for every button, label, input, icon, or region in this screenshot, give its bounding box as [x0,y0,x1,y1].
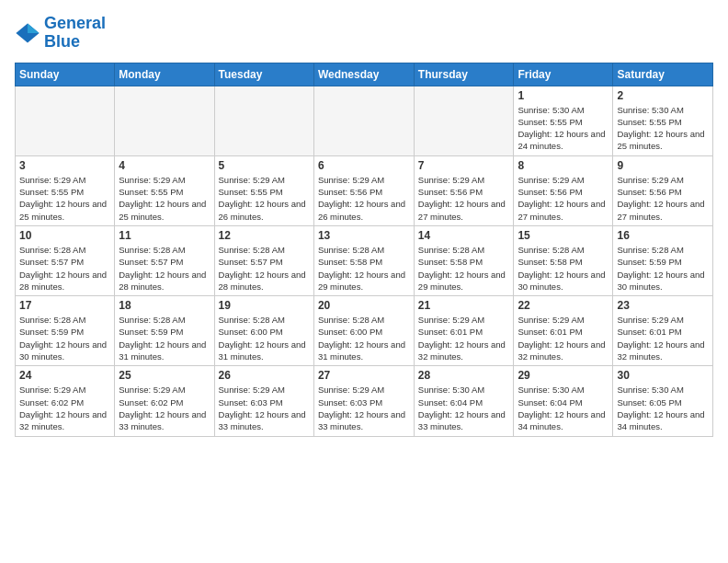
day-number: 3 [19,159,110,172]
day-info: Sunrise: 5:29 AMSunset: 5:55 PMDaylight:… [19,174,110,223]
calendar-cell: 19Sunrise: 5:28 AMSunset: 6:00 PMDayligh… [214,296,313,366]
day-info: Sunrise: 5:30 AMSunset: 6:04 PMDaylight:… [518,384,609,432]
calendar-cell: 17Sunrise: 5:28 AMSunset: 5:59 PMDayligh… [16,296,115,366]
day-info: Sunrise: 5:29 AMSunset: 5:56 PMDaylight:… [617,174,709,223]
calendar-cell: 13Sunrise: 5:28 AMSunset: 5:58 PMDayligh… [313,225,414,295]
weekday-header: Wednesday [313,63,414,86]
day-info: Sunrise: 5:28 AMSunset: 5:59 PMDaylight:… [617,244,709,293]
calendar-cell: 23Sunrise: 5:29 AMSunset: 6:01 PMDayligh… [613,296,713,366]
day-number: 14 [418,229,510,242]
day-info: Sunrise: 5:29 AMSunset: 6:02 PMDaylight:… [19,384,110,432]
calendar-cell: 28Sunrise: 5:30 AMSunset: 6:04 PMDayligh… [414,366,514,436]
weekday-header-row: SundayMondayTuesdayWednesdayThursdayFrid… [16,63,713,86]
day-info: Sunrise: 5:28 AMSunset: 5:57 PMDaylight:… [219,244,310,293]
calendar-cell: 6Sunrise: 5:29 AMSunset: 5:56 PMDaylight… [313,155,414,225]
day-info: Sunrise: 5:29 AMSunset: 5:55 PMDaylight:… [219,174,310,223]
calendar-week-row: 24Sunrise: 5:29 AMSunset: 6:02 PMDayligh… [16,366,713,436]
day-info: Sunrise: 5:28 AMSunset: 5:58 PMDaylight:… [318,244,410,293]
calendar-cell: 15Sunrise: 5:28 AMSunset: 5:58 PMDayligh… [514,225,613,295]
logo-text: General Blue [44,15,106,52]
day-number: 7 [418,159,510,172]
day-info: Sunrise: 5:30 AMSunset: 6:04 PMDaylight:… [418,384,510,432]
calendar-cell: 4Sunrise: 5:29 AMSunset: 5:55 PMDaylight… [115,155,214,225]
day-number: 21 [418,299,510,312]
day-number: 6 [318,159,410,172]
day-info: Sunrise: 5:28 AMSunset: 6:00 PMDaylight:… [219,314,310,362]
calendar-cell: 14Sunrise: 5:28 AMSunset: 5:58 PMDayligh… [414,225,514,295]
calendar-cell: 30Sunrise: 5:30 AMSunset: 6:05 PMDayligh… [613,366,713,436]
calendar-cell: 16Sunrise: 5:28 AMSunset: 5:59 PMDayligh… [613,225,713,295]
calendar-cell: 11Sunrise: 5:28 AMSunset: 5:57 PMDayligh… [115,225,214,295]
svg-marker-1 [28,23,40,33]
day-number: 13 [318,229,410,242]
calendar-cell: 3Sunrise: 5:29 AMSunset: 5:55 PMDaylight… [16,155,115,225]
day-info: Sunrise: 5:29 AMSunset: 5:56 PMDaylight:… [318,174,410,223]
day-number: 25 [119,369,210,382]
calendar-cell: 7Sunrise: 5:29 AMSunset: 5:56 PMDaylight… [414,155,514,225]
day-info: Sunrise: 5:29 AMSunset: 5:56 PMDaylight:… [418,174,510,223]
calendar-week-row: 17Sunrise: 5:28 AMSunset: 5:59 PMDayligh… [16,296,713,366]
calendar-cell: 29Sunrise: 5:30 AMSunset: 6:04 PMDayligh… [514,366,613,436]
day-info: Sunrise: 5:29 AMSunset: 5:56 PMDaylight:… [518,174,609,223]
day-number: 9 [617,159,709,172]
day-number: 18 [119,299,210,312]
day-number: 2 [617,89,709,102]
calendar-cell [214,86,313,155]
calendar-cell: 25Sunrise: 5:29 AMSunset: 6:02 PMDayligh… [115,366,214,436]
day-number: 30 [617,369,709,382]
day-info: Sunrise: 5:28 AMSunset: 6:00 PMDaylight:… [318,314,410,362]
calendar-cell: 9Sunrise: 5:29 AMSunset: 5:56 PMDaylight… [613,155,713,225]
day-number: 24 [19,369,110,382]
day-info: Sunrise: 5:30 AMSunset: 6:05 PMDaylight:… [617,384,709,432]
weekday-header: Saturday [613,63,713,86]
calendar-cell: 18Sunrise: 5:28 AMSunset: 5:59 PMDayligh… [115,296,214,366]
day-info: Sunrise: 5:28 AMSunset: 5:59 PMDaylight:… [19,314,110,362]
day-number: 10 [19,229,110,242]
weekday-header: Friday [514,63,613,86]
day-number: 15 [518,229,609,242]
calendar-cell [115,86,214,155]
calendar-cell [313,86,414,155]
day-info: Sunrise: 5:30 AMSunset: 5:55 PMDaylight:… [518,104,609,153]
calendar-cell: 12Sunrise: 5:28 AMSunset: 5:57 PMDayligh… [214,225,313,295]
calendar-cell: 2Sunrise: 5:30 AMSunset: 5:55 PMDaylight… [613,86,713,155]
calendar-cell: 8Sunrise: 5:29 AMSunset: 5:56 PMDaylight… [514,155,613,225]
calendar-cell: 10Sunrise: 5:28 AMSunset: 5:57 PMDayligh… [16,225,115,295]
day-info: Sunrise: 5:28 AMSunset: 5:59 PMDaylight:… [119,314,210,362]
day-info: Sunrise: 5:29 AMSunset: 6:02 PMDaylight:… [119,384,210,432]
day-number: 19 [219,299,310,312]
day-number: 29 [518,369,609,382]
calendar-week-row: 1Sunrise: 5:30 AMSunset: 5:55 PMDaylight… [16,86,713,155]
weekday-header: Tuesday [214,63,313,86]
calendar-week-row: 10Sunrise: 5:28 AMSunset: 5:57 PMDayligh… [16,225,713,295]
day-info: Sunrise: 5:28 AMSunset: 5:57 PMDaylight:… [19,244,110,293]
day-info: Sunrise: 5:29 AMSunset: 5:55 PMDaylight:… [119,174,210,223]
weekday-header: Sunday [16,63,115,86]
day-number: 26 [219,369,310,382]
calendar-cell: 20Sunrise: 5:28 AMSunset: 6:00 PMDayligh… [313,296,414,366]
calendar-cell: 27Sunrise: 5:29 AMSunset: 6:03 PMDayligh… [313,366,414,436]
weekday-header: Monday [115,63,214,86]
weekday-header: Thursday [414,63,514,86]
calendar-cell: 24Sunrise: 5:29 AMSunset: 6:02 PMDayligh… [16,366,115,436]
day-number: 17 [19,299,110,312]
calendar-cell: 1Sunrise: 5:30 AMSunset: 5:55 PMDaylight… [514,86,613,155]
day-info: Sunrise: 5:29 AMSunset: 6:01 PMDaylight:… [617,314,709,362]
day-number: 12 [219,229,310,242]
day-number: 11 [119,229,210,242]
day-info: Sunrise: 5:28 AMSunset: 5:58 PMDaylight:… [518,244,609,293]
logo: General Blue [15,15,106,52]
day-number: 23 [617,299,709,312]
day-number: 1 [518,89,609,102]
day-info: Sunrise: 5:30 AMSunset: 5:55 PMDaylight:… [617,104,709,153]
day-number: 8 [518,159,609,172]
calendar: SundayMondayTuesdayWednesdayThursdayFrid… [15,63,713,437]
day-number: 27 [318,369,410,382]
calendar-week-row: 3Sunrise: 5:29 AMSunset: 5:55 PMDaylight… [16,155,713,225]
logo-icon [15,20,40,46]
day-info: Sunrise: 5:28 AMSunset: 5:58 PMDaylight:… [418,244,510,293]
day-info: Sunrise: 5:29 AMSunset: 6:01 PMDaylight:… [418,314,510,362]
day-number: 22 [518,299,609,312]
day-info: Sunrise: 5:28 AMSunset: 5:57 PMDaylight:… [119,244,210,293]
day-info: Sunrise: 5:29 AMSunset: 6:01 PMDaylight:… [518,314,609,362]
